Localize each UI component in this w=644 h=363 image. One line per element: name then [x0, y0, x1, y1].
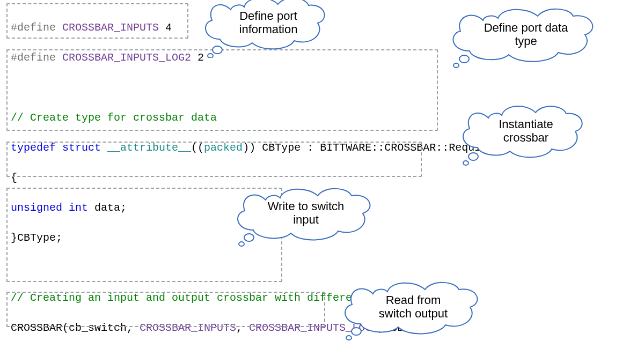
code-line: CROSSBAR(cb_switch, CROSSBAR_INPUTS, CRO…: [11, 321, 633, 336]
token-comment: // Create type for crossbar data: [11, 112, 217, 124]
code-line: #define CROSSBAR_INPUTS 4: [11, 20, 633, 35]
code-line-blank: [11, 351, 633, 363]
token-number: 4: [165, 21, 172, 34]
token-macro-name: CROSSBAR_INPUTS_LOG2: [249, 322, 378, 334]
token-plain: CROSSBAR(cb_switch,: [11, 322, 140, 334]
code-line: // Create type for crossbar data: [11, 110, 633, 125]
token-plain: }CBType;: [11, 232, 62, 244]
code-line: }CBType;: [11, 231, 633, 246]
token-macro-name: CROSSBAR_INPUTS: [140, 322, 236, 334]
token-attribute: __attribute__: [107, 142, 191, 154]
token-keyword: struct: [62, 142, 101, 154]
token-keyword: unsigned: [11, 202, 62, 214]
token-plain: ,: [236, 322, 249, 334]
token-packed: packed: [204, 142, 243, 154]
code-line-blank: [11, 261, 633, 276]
token-number: 2: [197, 51, 204, 64]
token-brace: {: [11, 172, 17, 184]
code-line: {: [11, 171, 633, 186]
code-line: typedef struct __attribute__((packed)) C…: [11, 140, 633, 155]
token-keyword: int: [69, 202, 88, 214]
token-macro-name: CROSSBAR_INPUTS: [62, 21, 159, 34]
code-line-blank: [11, 80, 633, 95]
token-keyword: typedef: [11, 142, 56, 154]
code-line: // Creating an input and output crossbar…: [11, 291, 633, 306]
token-comment: // Creating an input and output crossbar…: [11, 292, 436, 304]
token-plain: ((: [191, 142, 204, 154]
code-line: #define CROSSBAR_INPUTS_LOG2 2: [11, 50, 633, 65]
token-ident: data;: [94, 202, 127, 214]
token-macro-name: CROSSBAR_INPUTS_LOG2: [62, 51, 191, 64]
token-plain: , CBType): [378, 322, 436, 334]
token-define: #define: [11, 51, 56, 64]
token-define: #define: [11, 21, 56, 34]
token-plain: )) CBType : BITTWARE::CROSSBAR::Required: [243, 142, 500, 154]
code-line: unsigned int data;: [11, 201, 633, 216]
code-listing: #define CROSSBAR_INPUTS 4 #define CROSSB…: [11, 5, 633, 363]
